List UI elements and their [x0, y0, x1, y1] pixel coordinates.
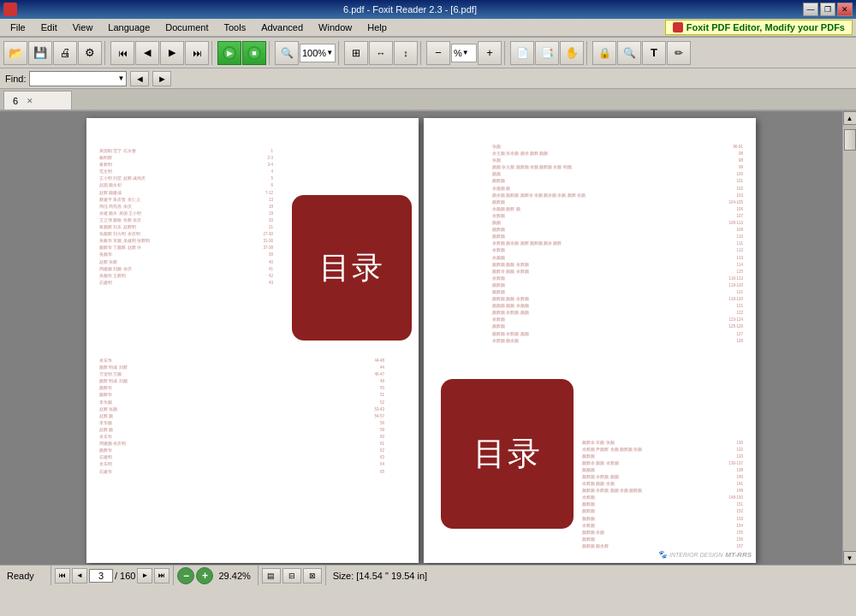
size-section: Size: [14.54 " 19.54 in]: [326, 566, 856, 585]
menu-window[interactable]: Window: [312, 21, 359, 34]
toolbar-separator-2: [211, 41, 215, 65]
next-page-button[interactable]: ▶: [160, 41, 184, 65]
last-page-button[interactable]: ⏭: [185, 41, 209, 65]
toolbar: 📂 💾 🖨 ⚙ ⏮ ◀ ▶ ⏭ ▶ ■ 🔍 100% ▼ ⊞ ↔ ↕ − % ▼…: [0, 38, 856, 68]
scroll-track: [843, 125, 857, 551]
toolbar-separator-1: [104, 41, 108, 65]
findbar: Find: ▼ ◄ ►: [0, 68, 856, 89]
menu-file[interactable]: File: [3, 21, 33, 34]
zoom-section: − + 29.42%: [174, 566, 258, 585]
find-combo-wrapper: ▼: [29, 71, 127, 86]
next-page-status-button[interactable]: ►: [137, 568, 152, 583]
menu-document[interactable]: Document: [158, 21, 215, 34]
foxit-logo-icon: [673, 22, 683, 33]
find-prev-button[interactable]: ◄: [130, 71, 149, 86]
prev-page-status-button[interactable]: ◄: [72, 568, 87, 583]
first-page-status-button[interactable]: ⏮: [55, 568, 70, 583]
drawing-tool-button[interactable]: ✏: [667, 41, 691, 65]
scroll-mode-button[interactable]: ⊠: [303, 568, 322, 583]
page-navigation-section: ⏮ ◄ / 160 ► ⏭: [51, 566, 174, 585]
zoom-percent-status: 29.42%: [215, 571, 253, 581]
security-button[interactable]: 🔒: [592, 41, 616, 65]
two-page-button[interactable]: 📑: [535, 41, 559, 65]
minimize-button[interactable]: —: [803, 3, 818, 16]
print-button[interactable]: 🖨: [53, 41, 77, 65]
single-page-mode-button[interactable]: ▤: [262, 568, 281, 583]
watermark-text: 🐾 INTERIOR DESIGN MT-RRS: [657, 550, 752, 559]
red-box-right-text: 目录: [473, 432, 542, 476]
tab-close-button[interactable]: ✕: [25, 96, 35, 106]
page-separator: / 160: [115, 571, 135, 581]
zoom-in-button[interactable]: 🔍: [275, 41, 299, 65]
fit-width-button[interactable]: ↔: [369, 41, 393, 65]
toolbar-separator-4: [338, 41, 342, 65]
pdf-page-left: 美国制 范宁 石永善1 杨明辉2-3 蒋辉明3-4 范文明4 王小明 刘罡 赵辉…: [86, 118, 419, 563]
toc-content-right-top: 张颜96-91 余主颜 张余颜 颜余 颜辉 颜颜98 张颜98 颜颜 张主颜 颜…: [492, 144, 743, 345]
red-box-left-text: 目录: [319, 247, 384, 289]
foxit-banner-text: Foxit PDF Editor, Modify your PDFs: [687, 22, 845, 33]
properties-button[interactable]: ⚙: [78, 41, 102, 65]
zoom-dropdown[interactable]: 100% ▼: [300, 44, 336, 62]
tabbar: 6 ✕: [0, 89, 856, 111]
close-button[interactable]: ✕: [837, 3, 853, 16]
find-next-button[interactable]: ►: [152, 71, 171, 86]
app-icon: [3, 3, 17, 16]
menu-help[interactable]: Help: [360, 21, 394, 34]
zoom-plus-status-button[interactable]: +: [196, 567, 213, 584]
fit-page-button[interactable]: ⊞: [344, 41, 368, 65]
find-label: Find:: [5, 74, 26, 84]
title-text: 6.pdf - Foxit Reader 2.3 - [6.pdf]: [17, 4, 803, 15]
zoom-in-2-button[interactable]: +: [478, 41, 502, 65]
zoom-minus-status-button[interactable]: −: [177, 567, 194, 584]
menu-language[interactable]: Language: [101, 21, 157, 34]
find-combo-arrow-icon[interactable]: ▼: [116, 74, 126, 82]
zoom-percent-display: % ▼: [451, 44, 477, 62]
zoom-percent-value: %: [454, 48, 462, 58]
scroll-down-button[interactable]: ▼: [843, 551, 857, 565]
text-tool-button[interactable]: T: [642, 41, 666, 65]
toc-content-left-bottom: 余东华44-48 颜辉 明成 刘辉44 万里明 万颜46-47 颜辉 明成 刘颜…: [99, 358, 384, 476]
find-input[interactable]: [30, 72, 116, 86]
titlebar-controls: — ❐ ✕: [803, 3, 853, 16]
menu-edit[interactable]: Edit: [34, 21, 64, 34]
main-area: 美国制 范宁 石永善1 杨明辉2-3 蒋辉明3-4 范文明4 王小明 刘罡 赵辉…: [0, 111, 856, 565]
tab-label: 6: [13, 96, 18, 106]
toolbar-separator-3: [269, 41, 272, 65]
red-box-right: 目录: [441, 379, 574, 529]
save-button[interactable]: 💾: [28, 41, 52, 65]
zoom-percent-arrow-icon: ▼: [462, 49, 469, 56]
page-number-input[interactable]: [89, 569, 113, 583]
red-box-left: 目录: [292, 195, 412, 341]
titlebar: 6.pdf - Foxit Reader 2.3 - [6.pdf] — ❐ ✕: [0, 0, 856, 19]
menu-view[interactable]: View: [66, 21, 100, 34]
single-page-button[interactable]: 📄: [510, 41, 534, 65]
view-mode-section: ▤ ⊟ ⊠: [259, 566, 326, 585]
toolbar-separator-7: [586, 41, 590, 65]
scroll-thumb[interactable]: [844, 129, 856, 151]
document-tab[interactable]: 6 ✕: [3, 91, 72, 110]
status-text: Ready: [7, 571, 34, 581]
two-page-mode-button[interactable]: ⊟: [282, 568, 301, 583]
zoom-out-button[interactable]: −: [426, 41, 450, 65]
hand-tool-button[interactable]: ✋: [560, 41, 584, 65]
foxit-banner[interactable]: Foxit PDF Editor, Modify your PDFs: [665, 20, 853, 35]
size-text: Size: [14.54 " 19.54 in]: [333, 571, 427, 581]
prev-page-button[interactable]: ◀: [135, 41, 159, 65]
play-forward-button[interactable]: ▶: [217, 41, 241, 65]
menu-tools[interactable]: Tools: [217, 21, 253, 34]
scroll-up-button[interactable]: ▲: [843, 111, 857, 125]
play-back-button[interactable]: ■: [242, 41, 266, 65]
open-button[interactable]: 📂: [3, 41, 27, 65]
toc-content-right-bottom: 颜辉余 宋颜 张颜130 余辉颜 尹颜辉 余颜 颜辉颜 张颜132 颜辉颜133…: [582, 440, 743, 551]
actual-size-button[interactable]: ↕: [394, 41, 418, 65]
search-button[interactable]: 🔍: [617, 41, 641, 65]
restore-button[interactable]: ❐: [820, 3, 835, 16]
scrollbar-right[interactable]: ▲ ▼: [842, 111, 856, 565]
first-page-button[interactable]: ⏮: [110, 41, 134, 65]
status-text-section: Ready: [0, 566, 51, 585]
pdf-viewer[interactable]: 美国制 范宁 石永善1 杨明辉2-3 蒋辉明3-4 范文明4 王小明 刘罡 赵辉…: [0, 111, 842, 565]
menu-advanced[interactable]: Advanced: [254, 21, 310, 34]
toolbar-separator-6: [504, 41, 508, 65]
last-page-status-button[interactable]: ⏭: [154, 568, 169, 583]
pdf-page-right: 张颜96-91 余主颜 张余颜 颜余 颜辉 颜颜98 张颜98 颜颜 张主颜 颜…: [424, 118, 756, 563]
